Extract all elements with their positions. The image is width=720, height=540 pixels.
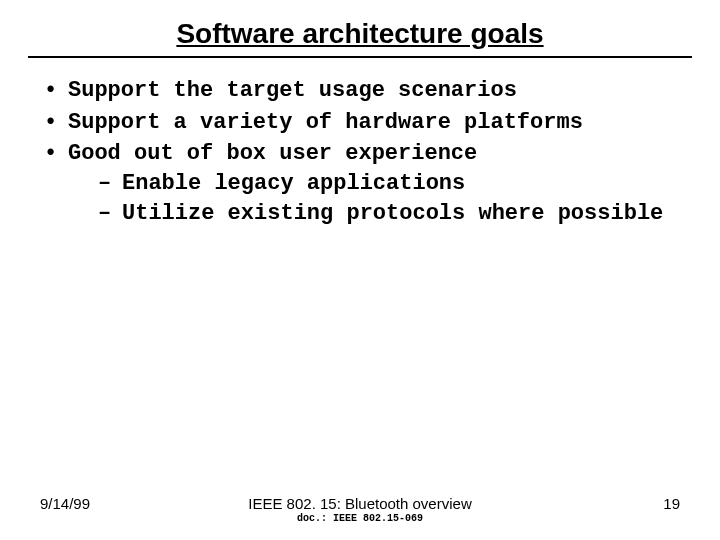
list-item: Support a variety of hardware platforms [40,108,680,138]
list-item: Utilize existing protocols where possibl… [98,199,680,229]
list-item-text: Good out of box user experience [68,141,477,166]
list-item: Enable legacy applications [98,169,680,199]
footer-page-number: 19 [590,495,680,512]
slide-footer: 9/14/99 IEEE 802. 15: Bluetooth overview… [0,495,720,524]
footer-title: IEEE 802. 15: Bluetooth overview [130,495,590,512]
slide-title: Software architecture goals [0,0,720,56]
slide-body: Support the target usage scenarios Suppo… [0,58,720,228]
list-item: Support the target usage scenarios [40,76,680,106]
bullet-list: Support the target usage scenarios Suppo… [40,76,680,228]
footer-date: 9/14/99 [40,495,130,512]
footer-doc: doc.: IEEE 802.15-069 [130,513,590,524]
list-item: Good out of box user experience Enable l… [40,139,680,228]
sub-list: Enable legacy applications Utilize exist… [68,169,680,228]
